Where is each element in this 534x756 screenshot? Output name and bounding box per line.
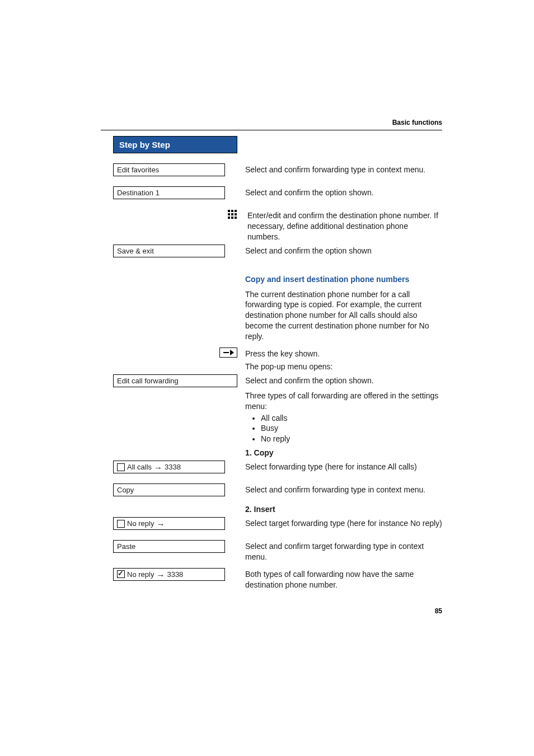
subheading-copy-insert: Copy and insert destination phone number… bbox=[245, 274, 442, 285]
svg-rect-5 bbox=[235, 213, 237, 215]
option-label: No reply bbox=[127, 519, 154, 528]
body-text: Select and confirm target forwarding typ… bbox=[237, 540, 442, 562]
body-text: Select forwarding type (here for instanc… bbox=[237, 461, 442, 473]
option-label: Paste bbox=[117, 542, 135, 551]
option-edit-favorites[interactable]: Edit favorites bbox=[113, 163, 225, 176]
forward-arrow-key-icon bbox=[219, 348, 237, 358]
option-label: Destination 1 bbox=[117, 189, 160, 197]
keypad-icon bbox=[227, 209, 237, 219]
arrow-right-icon: → bbox=[154, 463, 162, 472]
checkbox-unchecked-icon bbox=[117, 463, 125, 471]
option-label: All calls bbox=[127, 463, 152, 471]
svg-rect-1 bbox=[231, 210, 233, 212]
body-text: Both types of call forwarding now have t… bbox=[237, 568, 442, 590]
page-number: 85 bbox=[435, 607, 442, 615]
option-label: No reply bbox=[127, 570, 154, 579]
option-label: Edit call forwarding bbox=[117, 377, 179, 385]
option-paste[interactable]: Paste bbox=[113, 540, 225, 553]
svg-rect-6 bbox=[228, 217, 230, 219]
option-no-reply[interactable]: No reply → bbox=[113, 517, 225, 530]
option-no-reply-result[interactable]: No reply →3338 bbox=[113, 568, 225, 581]
option-copy[interactable]: Copy bbox=[113, 483, 225, 496]
list-item: Busy bbox=[261, 423, 442, 434]
option-label: Copy bbox=[117, 486, 134, 494]
arrow-right-icon: → bbox=[156, 571, 165, 579]
arrow-right-icon: → bbox=[156, 520, 165, 528]
subheading-copy: 1. Copy bbox=[245, 448, 442, 458]
svg-rect-0 bbox=[228, 210, 230, 212]
svg-rect-7 bbox=[231, 217, 233, 219]
body-text: Select and confirm forwarding type in co… bbox=[237, 483, 442, 496]
option-destination-1[interactable]: Destination 1 bbox=[113, 186, 225, 199]
option-all-calls[interactable]: All calls →3338 bbox=[113, 461, 225, 473]
body-text: Select and confirm the option shown bbox=[237, 245, 442, 257]
body-text: Three types of call forwarding are offer… bbox=[245, 391, 442, 412]
subheading-insert: 2. Insert bbox=[245, 504, 442, 515]
header-section: Basic functions bbox=[392, 119, 442, 126]
list-item: No reply bbox=[261, 434, 442, 444]
body-text: The current destination phone number for… bbox=[245, 289, 442, 342]
body-text: Enter/edit and confirm the destination p… bbox=[240, 209, 442, 242]
option-save-exit[interactable]: Save & exit bbox=[113, 245, 225, 257]
body-text: Select and confirm the option shown. bbox=[237, 186, 442, 199]
body-text: Select and confirm forwarding type in co… bbox=[237, 163, 442, 176]
svg-rect-3 bbox=[228, 213, 230, 215]
checkbox-unchecked-icon bbox=[117, 520, 125, 528]
forwarding-types-list: All calls Busy No reply bbox=[245, 413, 442, 445]
svg-rect-8 bbox=[235, 217, 237, 219]
option-edit-call-forwarding[interactable]: Edit call forwarding bbox=[113, 374, 237, 387]
header-divider bbox=[101, 130, 442, 130]
body-text: Press the key shown. bbox=[237, 348, 442, 359]
body-text: The pop-up menu opens: bbox=[237, 361, 442, 372]
option-label: Edit favorites bbox=[117, 166, 159, 174]
checkbox-checked-icon bbox=[117, 570, 125, 578]
svg-rect-4 bbox=[231, 213, 233, 215]
option-number: 3338 bbox=[167, 570, 183, 579]
body-text: Select target forwarding type (here for … bbox=[237, 517, 442, 530]
list-item: All calls bbox=[261, 413, 442, 424]
body-text: Select and confirm the option shown. bbox=[237, 374, 442, 387]
step-by-step-header: Step by Step bbox=[113, 136, 237, 153]
option-number: 3338 bbox=[165, 463, 181, 471]
svg-rect-2 bbox=[235, 210, 237, 212]
option-label: Save & exit bbox=[117, 247, 154, 255]
